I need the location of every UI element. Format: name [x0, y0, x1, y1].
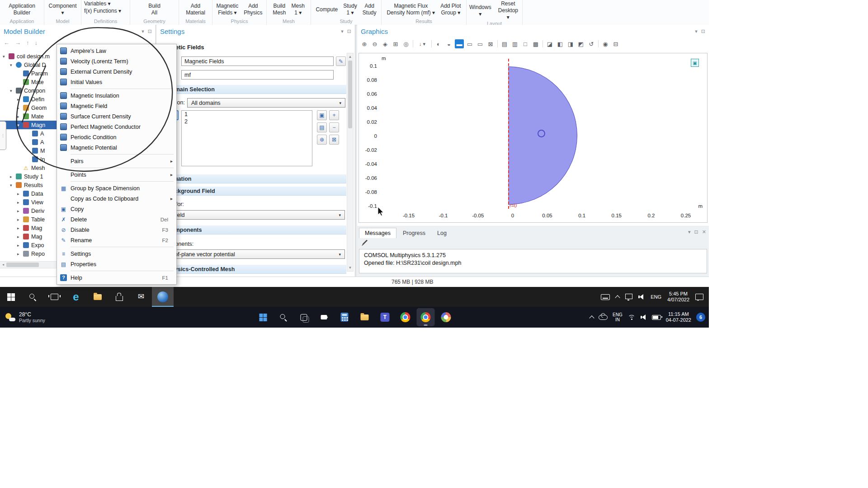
deselect-box-icon[interactable]: ▩ — [531, 39, 540, 48]
components-dropdown[interactable]: Out-of-plane vector potential ▾ — [160, 249, 345, 259]
magnetic-fields-button[interactable]: Magnetic Fields ▾ — [216, 3, 238, 16]
equation-section-header[interactable]: ▸ Equation — [156, 174, 346, 183]
tree-expand-arrow[interactable]: ▸ — [17, 226, 23, 230]
tree-expand-arrow[interactable]: ▸ — [17, 235, 23, 239]
variables-button[interactable]: Variables ▾ — [84, 0, 111, 7]
volume-icon[interactable] — [641, 314, 647, 320]
panel-menu-caret-icon[interactable]: ▾ — [142, 28, 144, 34]
tree-expand-arrow[interactable]: ▸ — [17, 106, 23, 110]
magnetic-flux-density-norm-button[interactable]: Magnetic Flux Density Norm (mf) ▾ — [387, 3, 435, 16]
context-menu-item[interactable]: ▣ Copy — [57, 204, 176, 214]
add-material-button[interactable]: Add Material — [186, 3, 205, 16]
clear-selection-icon[interactable]: ◪ — [545, 39, 554, 48]
context-menu-item[interactable]: Points ▸ — [57, 169, 176, 180]
component-button[interactable]: Component ▾ — [48, 3, 76, 16]
tree-expand-arrow[interactable]: ▾ — [3, 54, 9, 59]
panel-menu-caret-icon[interactable]: ▾ — [695, 28, 698, 34]
tree-expand-arrow[interactable]: ▸ — [17, 209, 23, 213]
context-menu-item[interactable]: Magnetic Potential — [57, 142, 176, 153]
action-center-icon[interactable] — [695, 294, 703, 300]
context-menu-item[interactable]: Magnetic Insulation — [57, 90, 176, 101]
label-edit-button[interactable]: ✎ — [336, 56, 346, 66]
show-hidden-icons-chevron[interactable] — [589, 315, 594, 320]
scrollbar-thumb[interactable] — [6, 263, 39, 267]
clear-selection-button[interactable]: ⊠ — [329, 135, 339, 145]
collapsed-panel-handle[interactable]: ⋮ — [0, 121, 6, 150]
transparency-icon[interactable]: ◒ — [444, 39, 453, 48]
select-boundaries-icon[interactable]: ◨ — [566, 39, 575, 48]
context-menu-item[interactable]: ⊘ Disable F3 — [57, 225, 176, 235]
camera-button[interactable] — [315, 308, 333, 326]
show-hidden-icons-chevron[interactable] — [615, 295, 620, 300]
select-edges-icon[interactable]: ◩ — [576, 39, 585, 48]
panel-pin-icon[interactable]: ⊡ — [148, 28, 152, 34]
zoom-out-icon[interactable]: ⊖ — [370, 39, 379, 48]
context-menu-item[interactable]: Initial Values — [57, 77, 176, 87]
teams-button[interactable] — [376, 308, 394, 326]
context-menu-item[interactable]: Magnetic Field — [57, 101, 176, 111]
snapshot-camera-icon[interactable]: ◉ — [601, 39, 610, 48]
tab[interactable]: Log — [432, 228, 452, 238]
scene-light-icon[interactable]: ◐ — [434, 39, 443, 48]
history-back-icon[interactable]: ← — [4, 39, 9, 46]
background-field-section-header[interactable]: ▾ Background Field — [156, 186, 346, 196]
paint-button[interactable] — [437, 308, 455, 326]
start-button[interactable] — [254, 308, 272, 326]
tree-expand-arrow[interactable]: ▸ — [17, 200, 23, 205]
selection-list-item[interactable]: 1 — [182, 111, 312, 118]
network-icon[interactable] — [625, 294, 632, 299]
search-button[interactable] — [22, 287, 43, 307]
go-to-default-view-icon[interactable]: ◎ — [401, 39, 410, 48]
tab[interactable]: Messages — [359, 228, 396, 238]
tree-expand-arrow[interactable]: ▾ — [10, 89, 16, 93]
zoom-in-icon[interactable]: ⊕ — [360, 39, 369, 48]
context-menu-item[interactable]: Copy as Code to Clipboard ▸ — [57, 193, 176, 204]
tree-expand-arrow[interactable]: ▾ — [17, 123, 23, 127]
scroll-down-icon[interactable]: ▼ — [347, 265, 353, 271]
context-menu-item[interactable]: Periodic Condition — [57, 132, 176, 142]
file-explorer-button[interactable] — [87, 287, 108, 307]
name-field[interactable]: mf — [181, 70, 334, 80]
panel-menu-caret-icon[interactable]: ▾ — [341, 28, 344, 34]
rotate-view-icon[interactable]: ↺ — [587, 39, 596, 48]
chrome-button[interactable] — [396, 308, 415, 326]
language-indicator[interactable]: ENG IN — [613, 312, 623, 322]
context-menu-item[interactable]: Perfect Magnetic Conductor — [57, 122, 176, 132]
components-section-header[interactable]: ▾ Components — [156, 225, 346, 235]
language-indicator[interactable]: ENG — [651, 294, 661, 300]
store-button[interactable] — [108, 287, 130, 307]
view-widget-icon[interactable]: ▣ — [691, 59, 699, 67]
label-field[interactable]: Magnetic Fields — [181, 56, 334, 66]
move-down-icon[interactable]: ↓ — [35, 39, 38, 46]
tree-expand-arrow[interactable]: ▸ — [17, 114, 23, 119]
tree-expand-arrow[interactable]: ▸ — [17, 243, 23, 248]
add-image-to-report-icon[interactable]: ▤ — [500, 39, 509, 48]
selection-dropdown[interactable]: All domains ▾ — [187, 98, 345, 108]
vertical-scrollbar[interactable]: ▲ ▼ — [347, 53, 354, 272]
application-builder-button[interactable]: Application Builder — [9, 3, 35, 16]
volume-icon[interactable] — [638, 294, 645, 300]
windows-button[interactable]: Windows ▾ — [469, 4, 491, 18]
add-study-button[interactable]: Add Study — [363, 3, 377, 16]
hide-objects-icon[interactable]: ⊠ — [486, 39, 495, 48]
task-view-button[interactable] — [43, 287, 65, 307]
task-view-button[interactable] — [295, 308, 313, 326]
scroll-left-icon[interactable]: ◂ — [0, 262, 6, 267]
zoom-extents-icon[interactable]: ◈ — [381, 39, 390, 48]
move-up-icon[interactable]: ↑ — [26, 39, 29, 46]
functions-button[interactable]: f(x) Functions ▾ — [84, 8, 121, 14]
print-icon[interactable]: ⊟ — [611, 39, 620, 48]
tab[interactable]: Progress — [397, 228, 431, 238]
scroll-up-icon[interactable]: ▲ — [347, 54, 353, 60]
clock[interactable]: 11:15 AM 04-07-2022 — [666, 311, 691, 323]
view-orientation-dropdown[interactable]: ↓ ▾ — [415, 39, 429, 48]
select-box-icon[interactable]: □ — [521, 39, 530, 48]
select-domains-icon[interactable]: ◧ — [556, 39, 565, 48]
tree-expand-arrow[interactable]: ▾ — [10, 63, 16, 67]
build-all-button[interactable]: Build All — [148, 3, 160, 16]
selection-list-item[interactable]: 2 — [182, 118, 312, 125]
panel-maximize-icon[interactable]: ⊡ — [694, 229, 698, 235]
tree-expand-arrow[interactable]: ▸ — [17, 252, 23, 256]
context-menu-item[interactable]: External Current Density — [57, 66, 176, 77]
show-axes-icon[interactable]: ▭ — [476, 39, 485, 48]
